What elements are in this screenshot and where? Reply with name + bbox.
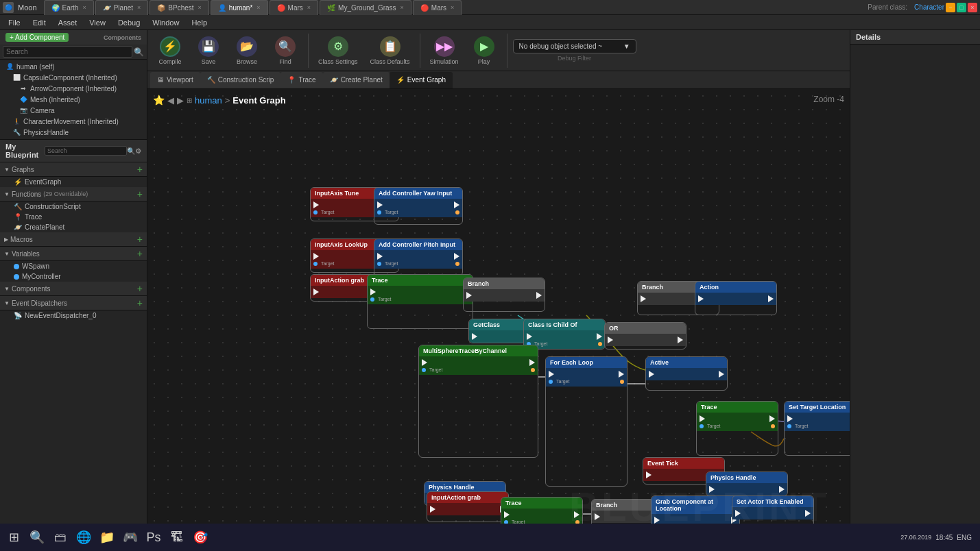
graphs-add-button[interactable]: + [137,164,143,174]
data-in-pin[interactable] [370,297,374,302]
exec-out-pin[interactable] [678,336,683,343]
menu-asset[interactable]: Asset [53,17,83,28]
title-tab-human*[interactable]: 👤human*× [211,0,268,15]
dispatchers-section-header[interactable]: ▼ Event Dispatchers + [0,296,147,310]
save-button[interactable]: 💾 Save [191,34,226,68]
exec-in-pin[interactable] [549,371,554,378]
task-view-button[interactable]: 🗃 [49,526,71,548]
data-in-pin[interactable] [377,210,381,215]
exec-in-pin[interactable] [527,333,532,340]
bp-components-header[interactable]: ▼ Components + [0,282,147,296]
bp-node-n7[interactable]: Branch [463,278,545,312]
component-item-humanself[interactable]: 👤human (self) [0,61,147,72]
menu-edit[interactable]: Edit [27,17,51,28]
menu-help[interactable]: Help [186,17,213,28]
menu-window[interactable]: Window [147,17,184,28]
bp-node-n13[interactable]: MultiSphereTraceByChannel Target [418,345,538,458]
data-out-pin[interactable] [455,210,459,215]
data-in-pin[interactable] [549,380,553,384]
maximize-btn[interactable]: □ [957,3,966,12]
exec-out-pin[interactable] [454,253,459,260]
exec-in-pin[interactable] [422,359,427,366]
function-item-createplanet[interactable]: 🪐CreatePlanet [0,222,147,232]
exec-in-pin[interactable] [649,371,654,378]
title-tab-my_ground_grass[interactable]: 🌿My_Ground_Grass× [320,0,411,15]
variables-section-header[interactable]: ▼ Variables + [0,247,147,261]
component-item-camera[interactable]: 📷Camera [0,105,147,116]
data-in-pin[interactable] [377,262,381,266]
bp-node-n12[interactable]: Action [695,281,777,315]
function-item-trace[interactable]: 📍Trace [0,212,147,222]
menu-debug[interactable]: Debug [112,17,145,28]
bp-node-n2[interactable]: Add Controller Yaw Input Target [374,187,463,225]
data-out-pin[interactable] [598,342,602,346]
title-tab-bpchest[interactable]: 📦BPchest× [150,0,209,15]
menu-view[interactable]: View [84,17,111,28]
graph-event-item[interactable]: ⚡ EventGraph [0,177,147,187]
exec-out-pin[interactable] [769,415,775,422]
graphs-section-header[interactable]: ▼ Graphs + [0,162,147,177]
start-button[interactable]: ⊞ [3,526,25,548]
menu-file[interactable]: File [3,17,26,28]
exec-in-pin[interactable] [646,472,652,478]
component-item-arrowcomponentinherited[interactable]: ➡ArrowComponent (Inherited) [0,83,147,94]
bp-tab-constructionscrip[interactable]: 🔨Construction Scrip [200,72,281,88]
function-item-constructionscript[interactable]: 🔨ConstructionScript [0,201,147,212]
unreal-icon[interactable]: 🎮 [119,526,141,548]
bp-components-add-button[interactable]: + [137,284,143,293]
exec-in-pin[interactable] [313,253,319,260]
add-component-button[interactable]: + Add Component [5,33,69,42]
nav-back[interactable]: ◀ [167,95,174,106]
bp-node-n10[interactable]: OR [604,322,686,350]
debug-filter-dropdown[interactable]: No debug object selected ~ ▼ [513,39,636,53]
bp-tab-trace[interactable]: 📍Trace [280,72,322,88]
data-out-pin[interactable] [455,262,459,266]
title-tab-mars[interactable]: 🔴Mars× [413,0,462,15]
components-search-input[interactable] [3,46,132,58]
data-out-pin[interactable] [620,380,624,384]
data-in-pin[interactable] [787,424,791,428]
class-settings-button[interactable]: ⚙ Class Settings [314,34,362,68]
exec-in-pin[interactable] [377,253,383,260]
component-item-charactermovementinherited[interactable]: 🚶CharacterMovement (Inherited) [0,116,147,127]
search-button[interactable]: 🔍 [26,526,48,548]
variable-item-wspawn[interactable]: WSpawn [0,261,147,271]
data-in-pin[interactable] [313,262,318,266]
dispatchers-add-button[interactable]: + [137,298,143,308]
variable-item-mycontroller[interactable]: MyController [0,271,147,282]
data-out-pin[interactable] [771,424,775,428]
play-button[interactable]: ▶ Play [467,34,501,68]
explorer-icon[interactable]: 📁 [96,526,118,548]
exec-in-pin[interactable] [608,336,613,343]
nav-forward[interactable]: ▶ [177,95,184,106]
component-item-meshinherited[interactable]: 🔷Mesh (Inherited) [0,94,147,105]
breadcrumb-home[interactable]: human [195,95,222,106]
bp-node-n4[interactable]: Add Controller Pitch Input Target [374,238,463,276]
compile-button[interactable]: ⚡ Compile [153,34,187,68]
bp-node-n15[interactable]: Active [645,356,728,391]
exec-in-pin[interactable] [641,295,646,302]
photoshop-icon[interactable]: Ps [143,526,165,548]
exec-in-pin[interactable] [313,201,319,208]
class-defaults-button[interactable]: 📋 Class Defaults [366,34,414,68]
bp-node-n21[interactable]: InputAction grab [427,491,509,522]
exec-in-pin[interactable] [504,511,510,518]
exec-out-pin[interactable] [619,371,624,378]
data-in-pin[interactable] [700,424,704,428]
exec-in-pin[interactable] [430,506,435,513]
component-item-capsulecomponentinherited[interactable]: ⬜CapsuleComponent (Inherited) [0,72,147,83]
title-tab-planet[interactable]: 🪐Planet× [95,0,149,15]
bp-node-n14[interactable]: For Each Loop Target [545,356,628,487]
data-out-pin[interactable] [531,368,535,372]
epic-icon-1[interactable]: 🏗 [166,526,188,548]
browser-icon[interactable]: 🌐 [73,526,95,548]
minimize-btn[interactable]: − [946,3,955,12]
close-btn[interactable]: × [968,3,977,12]
exec-out-pin[interactable] [529,359,535,366]
exec-in-pin[interactable] [370,289,376,295]
home-icon[interactable]: ⭐ [153,95,165,106]
bp-node-n16[interactable]: Trace Target [696,401,778,456]
component-item-physicshandle[interactable]: 🔧PhysicsHandle [0,127,147,138]
bp-node-n6[interactable]: Trace Target [367,274,473,329]
blueprint-search-input[interactable] [45,146,127,156]
